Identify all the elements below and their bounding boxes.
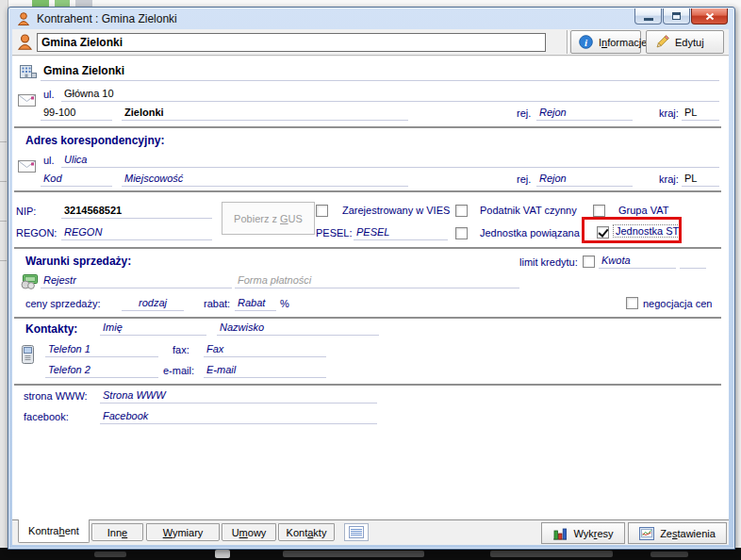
maximize-button[interactable] [663,8,690,25]
tab-umowy[interactable]: Umowy [222,523,276,541]
tab-kontrahent-label: Kontrahent [28,525,79,536]
tab-wymiary[interactable]: Wymiary [146,523,220,541]
wykresy-button[interactable]: Wykresy [541,522,625,544]
price-kind-field[interactable]: rodzaj [122,296,184,311]
corr-street-label: ul. [43,155,55,166]
street-field[interactable]: Główna 10 [61,87,719,102]
phone1-field[interactable]: Telefon 1 [45,342,158,357]
corr-street-field[interactable]: Ulica [61,153,719,168]
close-button[interactable] [691,8,728,25]
background-toolbar-fragment [32,0,49,7]
money-icon [20,274,38,289]
tab-umowy-label: Umowy [232,527,267,538]
background-smudge [283,551,424,557]
envelope-icon [18,160,36,173]
report-icon [639,527,654,540]
nip-field[interactable]: 3214568521 [61,204,212,219]
toolbar-separator [567,30,568,54]
www-field[interactable]: Strona WWW [100,388,377,404]
background-tick [0,221,7,222]
minimize-icon [644,18,653,21]
vat-czynny-checkbox[interactable] [455,205,468,217]
pencil-icon [654,35,669,50]
phone2-field[interactable]: Telefon 2 [45,363,158,378]
corr-city-field[interactable]: Miejscowość [122,172,408,187]
corr-region-label: rej. [517,173,531,185]
envelope-icon [18,94,36,107]
bottom-tabbar: Kontrahent Inne Wymiary Umowy Kontakty [12,519,729,545]
edytuj-button[interactable]: Edytuj [646,30,724,54]
negocjacja-cen-label: negocjacja cen [643,298,712,309]
bar-chart-icon [552,527,568,540]
country-field[interactable]: PL [682,106,719,121]
pobierz-z-gus-button[interactable]: Pobierz z GUS [222,202,315,235]
titlebar[interactable]: Kontrahent : Gmina Zielonki [8,8,734,29]
jednostka-powiazana-checkbox[interactable] [455,227,468,239]
nip-label: NIP: [16,206,36,217]
contractor-name-input[interactable] [37,33,546,52]
info-icon: i [579,35,593,49]
region-field[interactable]: Rejon [536,106,633,121]
background-toolbar-fragment [75,0,92,7]
background-tick [0,181,7,182]
facebook-field[interactable]: Facebook [100,409,377,424]
background-smudge [650,552,688,557]
jednostka-powiazana-label: Jednostka powiązana [480,227,580,239]
street-label: ul. [43,89,55,100]
tab-kontakty[interactable]: Kontakty [278,523,335,541]
credit-currency-field[interactable] [680,254,706,269]
window-controls [634,8,728,25]
contractor-form: Gmina Zielonki ul. Główna 10 99-100 Ziel… [12,57,729,519]
corr-country-field[interactable]: PL [682,172,719,187]
minimize-button[interactable] [634,8,662,25]
grupa-vat-checkbox[interactable] [593,205,605,217]
regon-field[interactable]: REGON [61,225,212,240]
corr-region-field[interactable]: Rejon [536,172,633,187]
contacts-heading: Kontakty: [25,322,77,336]
credit-limit-checkbox[interactable] [583,255,595,268]
credit-limit-label: limit kredytu: [519,256,578,268]
regon-label: REGON: [16,227,57,239]
corr-postal-field[interactable]: Kod [41,172,112,187]
background-top-strip [8,0,741,7]
city-field[interactable]: Zielonki [122,106,408,121]
zestawienia-button[interactable]: Zestawienia [628,522,727,544]
maximize-icon [672,12,681,20]
last-name-field[interactable]: Nazwisko [217,321,379,336]
vies-checkbox[interactable] [316,205,328,217]
discount-field[interactable]: Rabat [235,296,276,311]
informacje-button[interactable]: i Informacje [570,30,641,54]
tab-kontrahent[interactable]: Kontrahent [18,519,90,543]
main-name-field[interactable]: Gmina Zielonki [41,62,719,81]
postal-code-field[interactable]: 99-100 [41,106,112,121]
facebook-label: facebook: [24,411,69,422]
notes-tab-button[interactable] [344,523,369,541]
grupa-vat-label: Grupa VAT [618,205,668,216]
background-tick [0,141,7,142]
client-area: i Informacje Edytuj Gmina Zielonki [12,29,729,545]
sales-heading: Warunki sprzedaży: [25,255,131,268]
correspondence-heading: Adres korespondencyjny: [25,134,164,147]
edytuj-label: Edytuj [675,37,704,48]
pesel-field[interactable]: PESEL [354,225,448,240]
fax-field[interactable]: Fax [204,342,326,357]
www-label: strona WWW: [24,390,88,402]
email-field[interactable]: E-mail [204,363,326,378]
jednostka-st-highlight [582,217,682,243]
credit-amount-field[interactable]: Kwota [599,254,676,269]
percent-sign: % [280,298,289,309]
background-tick [0,260,7,261]
register-field[interactable]: Rejestr [41,273,232,288]
person-icon [16,11,31,26]
informacje-label: Informacje [599,37,647,48]
tab-inne[interactable]: Inne [91,523,143,541]
background-smudge [94,552,126,557]
kontrahent-window: Kontrahent : Gmina Zielonki i [8,7,735,550]
tab-inne-label: Inne [107,527,127,538]
vat-czynny-label: Podatnik VAT czynny [480,205,577,216]
payment-form-field[interactable]: Forma płatności [235,273,519,288]
gus-label: Pobierz z GUS [234,213,303,224]
first-name-field[interactable]: Imię [100,321,206,336]
negocjacja-cen-checkbox[interactable] [626,297,638,309]
phone-icon [22,345,34,364]
